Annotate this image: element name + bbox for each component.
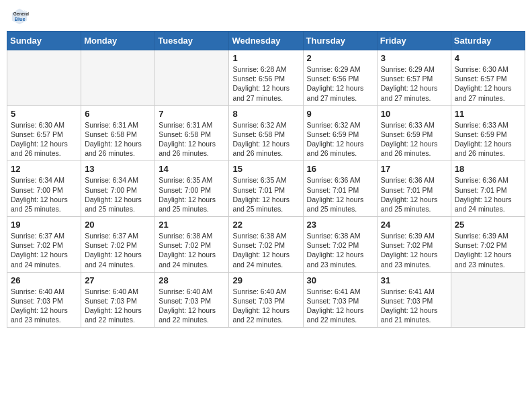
logo-icon: General Blue xyxy=(10,7,29,26)
day-number: 25 xyxy=(455,220,521,230)
day-number: 6 xyxy=(85,109,151,119)
calendar-cell: 29Sunrise: 6:40 AM Sunset: 7:03 PM Dayli… xyxy=(229,272,303,328)
calendar-week-row: 26Sunrise: 6:40 AM Sunset: 7:03 PM Dayli… xyxy=(7,272,525,328)
day-number: 16 xyxy=(307,164,373,174)
day-number: 12 xyxy=(11,164,77,174)
day-info: Sunrise: 6:36 AM Sunset: 7:01 PM Dayligh… xyxy=(307,175,373,214)
calendar-cell: 25Sunrise: 6:39 AM Sunset: 7:02 PM Dayli… xyxy=(451,217,525,273)
day-number: 31 xyxy=(381,275,447,285)
logo: General Blue xyxy=(10,7,32,26)
day-info: Sunrise: 6:38 AM Sunset: 7:02 PM Dayligh… xyxy=(307,231,373,269)
calendar-cell: 5Sunrise: 6:30 AM Sunset: 6:57 PM Daylig… xyxy=(7,105,81,161)
day-info: Sunrise: 6:30 AM Sunset: 6:57 PM Dayligh… xyxy=(455,64,521,103)
page-header: General Blue xyxy=(7,7,525,26)
day-of-week-header: Saturday xyxy=(451,32,525,50)
calendar-cell: 26Sunrise: 6:40 AM Sunset: 7:03 PM Dayli… xyxy=(7,272,81,328)
day-number: 10 xyxy=(381,109,447,119)
day-number: 5 xyxy=(11,109,77,119)
calendar-cell: 27Sunrise: 6:40 AM Sunset: 7:03 PM Dayli… xyxy=(81,272,155,328)
day-number: 28 xyxy=(159,275,225,285)
calendar-cell: 19Sunrise: 6:37 AM Sunset: 7:02 PM Dayli… xyxy=(7,217,81,273)
day-of-week-header: Sunday xyxy=(7,32,81,50)
calendar-week-row: 5Sunrise: 6:30 AM Sunset: 6:57 PM Daylig… xyxy=(7,105,525,161)
day-info: Sunrise: 6:38 AM Sunset: 7:02 PM Dayligh… xyxy=(159,231,225,269)
calendar-week-row: 12Sunrise: 6:34 AM Sunset: 7:00 PM Dayli… xyxy=(7,161,525,217)
day-info: Sunrise: 6:28 AM Sunset: 6:56 PM Dayligh… xyxy=(232,64,299,103)
day-info: Sunrise: 6:30 AM Sunset: 6:57 PM Dayligh… xyxy=(11,120,77,158)
day-number: 26 xyxy=(11,275,77,285)
calendar-cell: 6Sunrise: 6:31 AM Sunset: 6:58 PM Daylig… xyxy=(81,105,155,161)
day-number: 30 xyxy=(307,275,373,285)
day-number: 8 xyxy=(232,109,299,119)
calendar-cell: 13Sunrise: 6:34 AM Sunset: 7:00 PM Dayli… xyxy=(81,161,155,217)
day-info: Sunrise: 6:29 AM Sunset: 6:56 PM Dayligh… xyxy=(307,64,373,103)
day-number: 15 xyxy=(232,164,299,174)
calendar-cell: 14Sunrise: 6:35 AM Sunset: 7:00 PM Dayli… xyxy=(155,161,229,217)
svg-text:Blue: Blue xyxy=(15,16,26,22)
calendar-cell: 4Sunrise: 6:30 AM Sunset: 6:57 PM Daylig… xyxy=(451,50,525,106)
calendar-cell: 23Sunrise: 6:38 AM Sunset: 7:02 PM Dayli… xyxy=(303,217,377,273)
calendar-cell: 21Sunrise: 6:38 AM Sunset: 7:02 PM Dayli… xyxy=(155,217,229,273)
day-number: 14 xyxy=(159,164,225,174)
day-info: Sunrise: 6:40 AM Sunset: 7:03 PM Dayligh… xyxy=(159,287,225,325)
day-number: 27 xyxy=(85,275,151,285)
calendar-cell: 3Sunrise: 6:29 AM Sunset: 6:57 PM Daylig… xyxy=(377,50,451,106)
day-info: Sunrise: 6:34 AM Sunset: 7:00 PM Dayligh… xyxy=(85,175,151,214)
day-of-week-header: Wednesday xyxy=(229,32,303,50)
day-info: Sunrise: 6:40 AM Sunset: 7:03 PM Dayligh… xyxy=(11,287,77,325)
day-of-week-header: Thursday xyxy=(303,32,377,50)
day-number: 20 xyxy=(85,220,151,230)
calendar-cell: 7Sunrise: 6:31 AM Sunset: 6:58 PM Daylig… xyxy=(155,105,229,161)
day-info: Sunrise: 6:33 AM Sunset: 6:59 PM Dayligh… xyxy=(381,120,447,158)
day-number: 11 xyxy=(455,109,521,119)
day-info: Sunrise: 6:39 AM Sunset: 7:02 PM Dayligh… xyxy=(455,231,521,269)
calendar-cell xyxy=(81,50,155,106)
day-number: 2 xyxy=(307,53,373,63)
day-number: 7 xyxy=(159,109,225,119)
day-info: Sunrise: 6:31 AM Sunset: 6:58 PM Dayligh… xyxy=(85,120,151,158)
day-number: 23 xyxy=(307,220,373,230)
calendar-cell: 30Sunrise: 6:41 AM Sunset: 7:03 PM Dayli… xyxy=(303,272,377,328)
day-info: Sunrise: 6:36 AM Sunset: 7:01 PM Dayligh… xyxy=(381,175,447,214)
calendar-cell: 9Sunrise: 6:32 AM Sunset: 6:59 PM Daylig… xyxy=(303,105,377,161)
day-number: 17 xyxy=(381,164,447,174)
calendar-cell xyxy=(155,50,229,106)
day-of-week-header: Tuesday xyxy=(155,32,229,50)
day-info: Sunrise: 6:35 AM Sunset: 7:00 PM Dayligh… xyxy=(159,175,225,214)
calendar-cell: 28Sunrise: 6:40 AM Sunset: 7:03 PM Dayli… xyxy=(155,272,229,328)
day-info: Sunrise: 6:40 AM Sunset: 7:03 PM Dayligh… xyxy=(85,287,151,325)
day-info: Sunrise: 6:41 AM Sunset: 7:03 PM Dayligh… xyxy=(307,287,373,325)
day-info: Sunrise: 6:29 AM Sunset: 6:57 PM Dayligh… xyxy=(381,64,447,103)
day-number: 19 xyxy=(11,220,77,230)
calendar-cell: 2Sunrise: 6:29 AM Sunset: 6:56 PM Daylig… xyxy=(303,50,377,106)
calendar-cell: 8Sunrise: 6:32 AM Sunset: 6:58 PM Daylig… xyxy=(229,105,303,161)
day-info: Sunrise: 6:32 AM Sunset: 6:59 PM Dayligh… xyxy=(307,120,373,158)
day-info: Sunrise: 6:41 AM Sunset: 7:03 PM Dayligh… xyxy=(381,287,447,325)
day-number: 29 xyxy=(232,275,299,285)
day-number: 1 xyxy=(232,53,299,63)
calendar-week-row: 1Sunrise: 6:28 AM Sunset: 6:56 PM Daylig… xyxy=(7,50,525,106)
calendar-cell: 20Sunrise: 6:37 AM Sunset: 7:02 PM Dayli… xyxy=(81,217,155,273)
calendar-header-row: SundayMondayTuesdayWednesdayThursdayFrid… xyxy=(7,32,525,50)
day-of-week-header: Friday xyxy=(377,32,451,50)
calendar-cell xyxy=(7,50,81,106)
day-number: 22 xyxy=(232,220,299,230)
day-number: 18 xyxy=(455,164,521,174)
calendar-table: SundayMondayTuesdayWednesdayThursdayFrid… xyxy=(7,31,525,328)
day-info: Sunrise: 6:37 AM Sunset: 7:02 PM Dayligh… xyxy=(11,231,77,269)
day-info: Sunrise: 6:34 AM Sunset: 7:00 PM Dayligh… xyxy=(11,175,77,214)
calendar-cell: 24Sunrise: 6:39 AM Sunset: 7:02 PM Dayli… xyxy=(377,217,451,273)
calendar-cell: 1Sunrise: 6:28 AM Sunset: 6:56 PM Daylig… xyxy=(229,50,303,106)
day-number: 13 xyxy=(85,164,151,174)
calendar-cell: 17Sunrise: 6:36 AM Sunset: 7:01 PM Dayli… xyxy=(377,161,451,217)
day-info: Sunrise: 6:38 AM Sunset: 7:02 PM Dayligh… xyxy=(232,231,299,269)
day-info: Sunrise: 6:33 AM Sunset: 6:59 PM Dayligh… xyxy=(455,120,521,158)
calendar-cell: 15Sunrise: 6:35 AM Sunset: 7:01 PM Dayli… xyxy=(229,161,303,217)
day-number: 24 xyxy=(381,220,447,230)
calendar-cell: 16Sunrise: 6:36 AM Sunset: 7:01 PM Dayli… xyxy=(303,161,377,217)
day-number: 9 xyxy=(307,109,373,119)
day-info: Sunrise: 6:40 AM Sunset: 7:03 PM Dayligh… xyxy=(232,287,299,325)
day-info: Sunrise: 6:35 AM Sunset: 7:01 PM Dayligh… xyxy=(232,175,299,214)
calendar-cell: 18Sunrise: 6:36 AM Sunset: 7:01 PM Dayli… xyxy=(451,161,525,217)
day-number: 3 xyxy=(381,53,447,63)
